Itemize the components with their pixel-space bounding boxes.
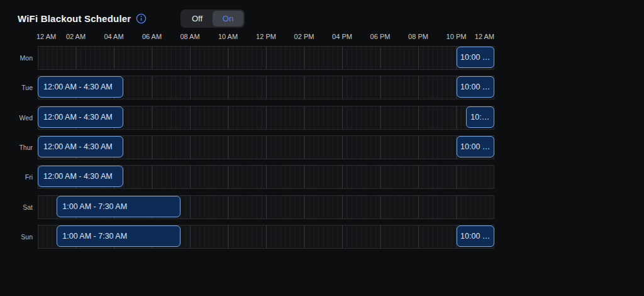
day-row-fri[interactable]: Fri 12:00 AM - 4:30 AM [38,165,494,189]
blackout-block[interactable]: 10:00 … [457,47,495,68]
blackout-block[interactable]: 12:00 AM - 4:30 AM [38,166,123,187]
day-row-wed[interactable]: Wed 12:00 AM - 4:30 AM10:… [38,106,494,130]
day-label: Sat [23,203,33,211]
toggle-on-button[interactable]: On [213,11,243,26]
time-tick-label: 06 PM [370,33,391,40]
info-icon[interactable] [136,13,147,24]
blackout-block[interactable]: 10:… [466,106,494,128]
day-row-tue[interactable]: Tue 12:00 AM - 4:30 AM10:00 … [38,76,494,100]
blackout-block[interactable]: 10:00 … [457,76,495,98]
blackout-block-label: 10:00 … [460,232,490,241]
blackout-block[interactable]: 1:00 AM - 7:30 AM [57,225,180,247]
toggle-off-button[interactable]: Off [182,11,213,26]
blackout-block-label: 1:00 AM - 7:30 AM [62,202,127,211]
on-off-toggle: Off On [180,9,245,28]
time-tick-label: 10 PM [447,33,467,40]
blackout-block-label: 10:00 … [460,83,490,91]
day-row-thur[interactable]: Thur 12:00 AM - 4:30 AM10:00 … [38,135,494,159]
day-label: Sun [21,233,33,241]
blackout-block-label: 10:… [470,113,489,122]
day-label: Fri [25,173,33,181]
time-tick-label: 10 AM [218,33,238,40]
time-tick-label: 08 PM [408,33,428,40]
wifi-blackout-scheduler-panel: WiFi Blackout Scheduler Off On 12 AM02 A… [0,0,644,296]
time-tick-label: 12 PM [256,33,276,40]
day-row-mon[interactable]: Mon 10:00 … [38,46,494,70]
header: WiFi Blackout Scheduler [18,13,147,24]
schedule-grid: Mon 10:00 … Tue 12:00 AM - 4:30 AM10:00 … [38,46,494,254]
blackout-block-label: 12:00 AM - 4:30 AM [43,113,113,122]
day-label: Mon [20,54,33,62]
time-tick-label: 02 AM [66,33,86,40]
time-tick-label: 06 AM [142,33,162,40]
blackout-block-label: 1:00 AM - 7:30 AM [62,232,127,241]
time-tick-label: 04 AM [104,33,123,40]
blackout-block[interactable]: 12:00 AM - 4:30 AM [38,106,123,128]
blackout-block[interactable]: 10:00 … [457,225,495,247]
time-tick-label: 04 PM [332,33,352,40]
blackout-block-label: 12:00 AM - 4:30 AM [43,83,113,91]
blackout-block-label: 12:00 AM - 4:30 AM [43,172,113,181]
blackout-block[interactable]: 1:00 AM - 7:30 AM [57,196,180,217]
blackout-block-label: 10:00 … [460,53,490,62]
time-tick-label: 12 AM [475,33,494,40]
day-label: Thur [19,144,33,151]
blackout-block[interactable]: 12:00 AM - 4:30 AM [38,136,123,157]
day-row-sat[interactable]: Sat 1:00 AM - 7:30 AM [38,195,494,219]
day-row-sun[interactable]: Sun 1:00 AM - 7:30 AM10:00 … [38,225,494,249]
time-tick-label: 08 AM [180,33,199,40]
blackout-block[interactable]: 10:00 … [457,136,495,157]
time-tick-label: 02 PM [294,33,314,40]
page-title: WiFi Blackout Scheduler [18,13,131,24]
blackout-block-label: 12:00 AM - 4:30 AM [43,142,113,151]
day-label: Wed [19,114,33,122]
blackout-block[interactable]: 12:00 AM - 4:30 AM [38,76,123,98]
blackout-block-label: 10:00 … [460,142,490,151]
time-axis: 12 AM02 AM04 AM06 AM08 AM10 AM12 PM02 PM… [38,33,494,42]
time-tick-label: 12 AM [36,33,56,40]
day-label: Tue [21,84,33,91]
